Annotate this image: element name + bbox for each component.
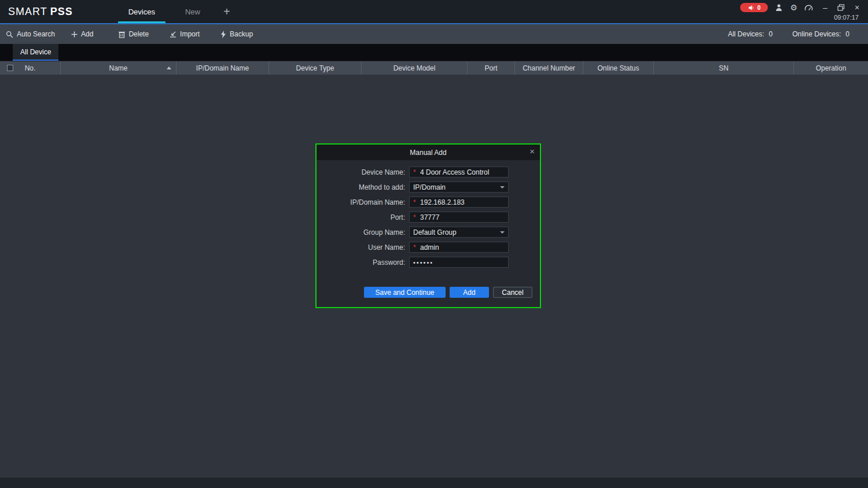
status-bar — [0, 478, 868, 488]
backup-label: Backup — [230, 30, 253, 38]
alarm-badge[interactable]: 0 — [740, 3, 768, 12]
password-label: Password: — [317, 258, 409, 267]
column-channel-number-label: Channel Number — [523, 64, 575, 72]
plus-icon: + — [223, 5, 230, 19]
gear-icon[interactable]: ⚙ — [790, 3, 797, 12]
device-name-input[interactable] — [420, 168, 505, 176]
column-device-model-label: Device Model — [393, 64, 436, 72]
plus-icon — [71, 31, 78, 38]
required-asterisk: * — [413, 213, 420, 221]
column-online-status-label: Online Status — [597, 64, 639, 72]
column-channel-number[interactable]: Channel Number — [515, 61, 583, 75]
online-devices-label: Online Devices: — [792, 30, 841, 38]
tab-devices[interactable]: Devices — [113, 0, 170, 23]
performance-gauge-icon[interactable] — [804, 4, 813, 12]
delete-button[interactable]: Delete — [119, 30, 149, 38]
column-sn-label: SN — [719, 64, 729, 72]
method-to-add-label: Method to add: — [317, 183, 409, 191]
password-input[interactable] — [413, 259, 505, 266]
search-icon — [6, 31, 13, 38]
cancel-button-label: Cancel — [502, 289, 523, 297]
group-name-select[interactable]: Default Group — [409, 227, 509, 238]
add-button-label: Add — [463, 289, 475, 297]
port-label: Port: — [317, 213, 409, 221]
column-ip-domain-label: IP/Domain Name — [196, 64, 249, 72]
app-logo: SMART PSS — [8, 0, 73, 23]
ip-domain-label: IP/Domain Name: — [317, 198, 409, 206]
user-name-label: User Name: — [317, 243, 409, 252]
column-device-type[interactable]: Device Type — [269, 61, 362, 75]
field-row-ip-domain: IP/Domain Name: * — [317, 197, 540, 208]
tab-all-device-label: All Device — [20, 48, 51, 56]
user-name-input[interactable] — [420, 243, 505, 252]
online-devices-counter: Online Devices: 0 — [792, 30, 849, 38]
column-port-label: Port — [484, 64, 497, 72]
brand-smart: SMART — [8, 6, 47, 18]
titlebar-right: 0 ⚙ – × 09:07:17 — [740, 0, 868, 23]
add-device-button[interactable]: Add — [71, 30, 93, 38]
port-field[interactable]: * — [409, 212, 509, 223]
column-no-label: No. — [25, 64, 36, 72]
chevron-down-icon — [500, 186, 505, 188]
minimize-button[interactable]: – — [820, 3, 830, 12]
dialog-title-bar: Manual Add × — [317, 145, 540, 160]
user-name-field[interactable]: * — [409, 242, 509, 253]
column-port[interactable]: Port — [468, 61, 515, 75]
field-row-method: Method to add: IP/Domain — [317, 182, 540, 193]
delete-label: Delete — [128, 30, 149, 38]
user-icon[interactable] — [775, 3, 783, 12]
column-operation-label: Operation — [816, 64, 847, 72]
column-name-label: Name — [109, 64, 127, 72]
all-devices-counter: All Devices: 0 — [728, 30, 773, 38]
backup-button[interactable]: Backup — [220, 30, 253, 38]
dialog-body: Device Name: * Method to add: IP/Domain … — [317, 160, 540, 298]
tab-new[interactable]: New — [170, 0, 215, 23]
column-no[interactable]: No. — [0, 61, 61, 75]
lightning-icon — [220, 31, 226, 38]
column-name[interactable]: Name — [61, 61, 176, 75]
save-and-continue-label: Save and Continue — [375, 289, 434, 297]
method-to-add-value: IP/Domain — [413, 183, 500, 191]
all-devices-count: 0 — [769, 30, 773, 38]
password-field[interactable] — [409, 257, 509, 268]
tab-new-label: New — [185, 8, 200, 16]
field-row-password: Password: — [317, 257, 540, 268]
auto-search-button[interactable]: Auto Search — [6, 30, 55, 38]
ip-domain-field[interactable]: * — [409, 197, 509, 208]
device-counters: All Devices: 0 Online Devices: 0 — [728, 30, 868, 38]
add-button[interactable]: Add — [450, 287, 489, 298]
required-asterisk: * — [413, 198, 420, 206]
dialog-close-icon[interactable]: × — [529, 147, 535, 156]
field-row-group-name: Group Name: Default Group — [317, 227, 540, 238]
import-button[interactable]: Import — [170, 30, 200, 38]
column-operation[interactable]: Operation — [794, 61, 868, 75]
column-device-type-label: Device Type — [296, 64, 334, 72]
restore-button[interactable] — [837, 4, 845, 11]
device-table-header: No. Name IP/Domain Name Device Type Devi… — [0, 61, 868, 75]
group-name-value: Default Group — [413, 228, 500, 236]
group-name-label: Group Name: — [317, 228, 409, 236]
import-label: Import — [180, 30, 200, 38]
field-row-user-name: User Name: * — [317, 242, 540, 253]
column-online-status[interactable]: Online Status — [583, 61, 654, 75]
ip-domain-input[interactable] — [420, 198, 505, 206]
close-button[interactable]: × — [852, 3, 862, 12]
add-label: Add — [81, 30, 93, 38]
new-tab-button[interactable]: + — [215, 0, 238, 23]
field-row-device-name: Device Name: * — [317, 167, 540, 178]
brand-pss: PSS — [50, 6, 73, 18]
tab-all-device[interactable]: All Device — [13, 44, 58, 61]
column-device-model[interactable]: Device Model — [362, 61, 468, 75]
column-sn[interactable]: SN — [654, 61, 794, 75]
select-all-checkbox[interactable] — [7, 65, 13, 71]
sort-ascending-icon[interactable] — [167, 66, 171, 69]
device-toolbar: Auto Search Add Delete Import — [0, 24, 868, 44]
smart-pss-window: SMART PSS Devices New + 0 — [0, 0, 868, 488]
device-name-field[interactable]: * — [409, 167, 509, 178]
auto-search-label: Auto Search — [17, 30, 55, 38]
column-ip-domain[interactable]: IP/Domain Name — [176, 61, 269, 75]
method-to-add-select[interactable]: IP/Domain — [409, 182, 509, 193]
cancel-button[interactable]: Cancel — [493, 287, 532, 298]
save-and-continue-button[interactable]: Save and Continue — [364, 287, 446, 298]
port-input[interactable] — [420, 213, 505, 221]
